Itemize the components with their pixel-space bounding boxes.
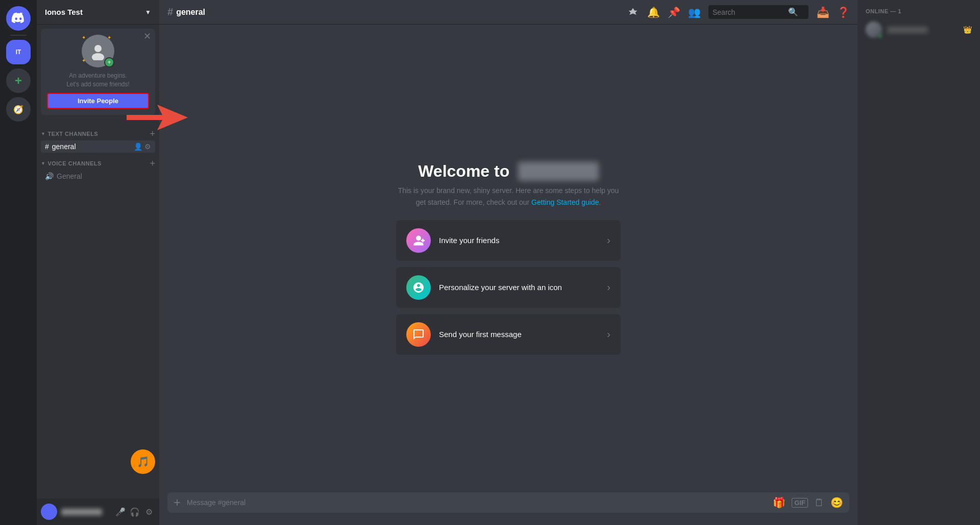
personalize-server-icon	[406, 275, 431, 300]
invite-friends-arrow: ›	[607, 234, 610, 246]
personalize-server-arrow: ›	[607, 281, 610, 293]
invite-people-button[interactable]: Invite People	[47, 93, 149, 109]
sparkle-tr: ✦	[107, 35, 111, 40]
microphone-button[interactable]: 🎤	[114, 506, 127, 518]
personalize-server-card[interactable]: Personalize your server with an icon ›	[396, 267, 621, 308]
welcome-description: This is your brand new, shiny server. He…	[396, 185, 621, 208]
gift-button[interactable]: 🎁	[773, 496, 786, 509]
first-message-card[interactable]: Send your first message ›	[396, 314, 621, 355]
invite-popup-close[interactable]: ✕	[143, 32, 151, 41]
add-text-channel-button[interactable]: +	[150, 129, 155, 138]
sparkle-bl: ✦	[82, 58, 86, 63]
chat-content: Welcome to Ionos Test This is your brand…	[159, 25, 857, 492]
username	[61, 509, 102, 515]
action-cards: Invite your friends › Personalize your s…	[396, 220, 621, 355]
server-list: IT + 🧭	[0, 0, 37, 525]
user-settings-button[interactable]: ⚙	[143, 506, 155, 518]
channel-title: # general	[167, 6, 205, 18]
first-message-label: Send your first message	[439, 330, 599, 339]
avatar-area: ✦ ✦ ✦ +	[82, 35, 114, 67]
general-text-channel[interactable]: # general 👤 ⚙	[41, 140, 155, 153]
ionos-test-server[interactable]: IT	[6, 40, 31, 64]
search-bar[interactable]: 🔍	[708, 5, 808, 19]
member-list: ONLINE — 1 👑	[857, 0, 980, 525]
explore-button[interactable]: 🧭	[6, 97, 31, 122]
svg-point-1	[94, 45, 102, 52]
search-input[interactable]	[713, 8, 784, 16]
svg-point-2	[92, 53, 104, 60]
notification-icon[interactable]: 🔔	[647, 6, 659, 18]
inbox-icon[interactable]: 📥	[817, 6, 829, 18]
server-name-blurred: Ionos Test	[518, 162, 599, 181]
member-name	[887, 27, 928, 33]
settings-icon[interactable]: ⚙	[144, 142, 151, 151]
online-members-category: ONLINE — 1	[862, 8, 976, 14]
channel-list: ▼ TEXT CHANNELS + # general 👤 ⚙ ▼ VOICE …	[37, 119, 159, 468]
user-info	[61, 509, 110, 515]
user-avatar-small	[41, 504, 57, 520]
search-icon: 🔍	[788, 7, 798, 17]
channel-sidebar: Ionos Test ▼ ✕ ✦ ✦ ✦ + An adventure begi…	[37, 0, 159, 525]
general-voice-channel[interactable]: 🔊 General	[41, 170, 155, 182]
add-voice-channel-button[interactable]: +	[150, 159, 155, 168]
invite-popup-text: An adventure begins. Let's add some frie…	[66, 71, 130, 89]
crown-icon: 👑	[963, 26, 972, 34]
text-channels-category: ▼ TEXT CHANNELS +	[37, 123, 159, 140]
server-dropdown-arrow: ▼	[145, 9, 151, 16]
channel-actions: 👤 ⚙	[134, 142, 151, 151]
attach-file-button[interactable]: +	[174, 495, 181, 510]
speaker-icon: 🔊	[45, 172, 54, 180]
chat-input-box: + 🎁 GIF 🗒 😊	[167, 492, 849, 513]
header-channel-name: general	[176, 8, 205, 17]
first-message-icon	[406, 322, 431, 347]
invite-friends-card[interactable]: Invite your friends ›	[396, 220, 621, 261]
sticker-button[interactable]: 🗒	[814, 497, 824, 509]
hash-icon: #	[45, 142, 49, 151]
emoji-button[interactable]: 😊	[830, 496, 843, 509]
avatar-plus-badge: +	[104, 57, 114, 67]
invite-friends-icon	[406, 228, 431, 253]
personalize-server-label: Personalize your server with an icon	[439, 283, 599, 292]
server-header[interactable]: Ionos Test ▼	[37, 0, 159, 25]
message-input[interactable]	[187, 492, 767, 513]
header-hash-icon: #	[167, 6, 173, 18]
user-area: 🎤 🎧 ⚙	[37, 498, 159, 525]
voice-channels-label[interactable]: ▼ VOICE CHANNELS	[41, 160, 102, 166]
getting-started-link[interactable]: Getting Started guide	[531, 198, 599, 206]
music-bot-icon[interactable]: 🎵	[131, 449, 155, 474]
header-tools: 🔔 📌 👥 🔍 📥 ❓	[627, 5, 849, 19]
user-controls: 🎤 🎧 ⚙	[114, 506, 155, 518]
sparkle-tl: ✦	[82, 35, 86, 40]
welcome-container: Welcome to Ionos Test This is your brand…	[396, 162, 621, 355]
help-icon[interactable]: ❓	[837, 6, 849, 18]
chat-header: # general 🔔 📌 👥 🔍 📥 ❓	[159, 0, 857, 25]
welcome-title: Welcome to Ionos Test	[396, 162, 621, 181]
headphone-button[interactable]: 🎧	[129, 506, 141, 518]
first-message-arrow: ›	[607, 328, 610, 340]
server-boost-icon[interactable]	[627, 6, 639, 18]
chat-input-area: + 🎁 GIF 🗒 😊	[159, 492, 857, 525]
add-server-button[interactable]: +	[6, 68, 31, 93]
member-avatar	[866, 21, 882, 38]
online-indicator	[877, 33, 883, 38]
voice-channels-category: ▼ VOICE CHANNELS +	[37, 153, 159, 170]
invite-friends-label: Invite your friends	[439, 236, 599, 245]
member-list-icon[interactable]: 👥	[688, 6, 700, 18]
invite-popup: ✕ ✦ ✦ ✦ + An adventure begins. Let's add…	[41, 29, 155, 115]
server-divider	[10, 35, 27, 36]
discord-home-button[interactable]	[6, 6, 31, 31]
add-member-icon[interactable]: 👤	[134, 142, 142, 151]
server-name: Ionos Test	[45, 8, 83, 16]
member-item[interactable]: 👑	[862, 18, 976, 41]
gif-button[interactable]: GIF	[792, 498, 808, 508]
pin-icon[interactable]: 📌	[668, 6, 680, 18]
main-area: # general 🔔 📌 👥 🔍 📥 ❓ Welcome to Ionos T…	[159, 0, 857, 525]
text-channels-label[interactable]: ▼ TEXT CHANNELS	[41, 131, 98, 137]
chat-input-tools: 🎁 GIF 🗒 😊	[773, 496, 843, 509]
